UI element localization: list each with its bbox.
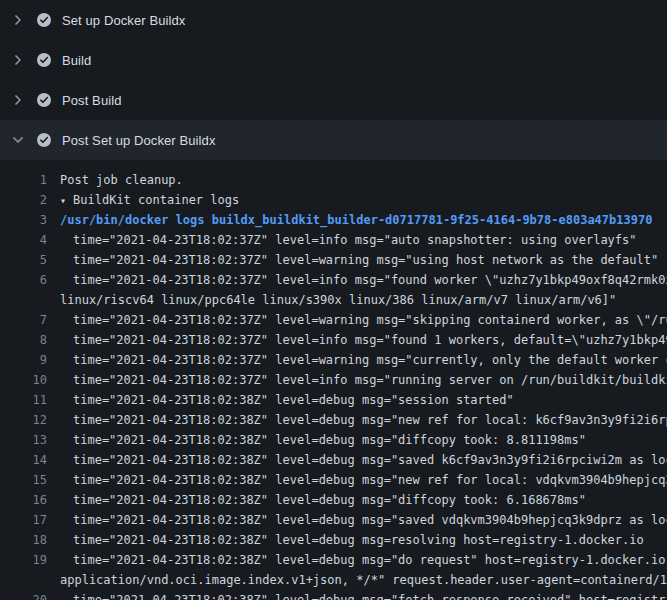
log-line-text: time="2021-04-23T18:02:37Z" level=info m… <box>60 370 667 390</box>
step-label: Post Set up Docker Buildx <box>62 133 216 148</box>
log-line-number[interactable]: 19 <box>0 550 47 570</box>
log-line-number[interactable]: 6 <box>0 270 47 290</box>
log-line: application/vnd.oci.image.index.v1+json,… <box>0 570 667 590</box>
step-label: Build <box>62 53 91 68</box>
log-line: 7time="2021-04-23T18:02:37Z" level=warni… <box>0 310 667 330</box>
log-line-text: time="2021-04-23T18:02:37Z" level=info m… <box>60 330 667 350</box>
log-line: linux/riscv64 linux/ppc64le linux/s390x … <box>0 290 667 310</box>
log-line: 1Post job cleanup. <box>0 170 667 190</box>
log-line-number[interactable]: 9 <box>0 350 47 370</box>
log-line-text: time="2021-04-23T18:02:38Z" level=debug … <box>60 470 667 490</box>
step-label: Post Build <box>62 93 122 108</box>
log-line: 8time="2021-04-23T18:02:37Z" level=info … <box>0 330 667 350</box>
log-line: 16time="2021-04-23T18:02:38Z" level=debu… <box>0 490 667 510</box>
actions-log-viewer: Set up Docker Buildx Build Post Build Po… <box>0 0 667 600</box>
log-line-text: time="2021-04-23T18:02:38Z" level=debug … <box>60 410 667 430</box>
log-line-text: linux/riscv64 linux/ppc64le linux/s390x … <box>60 290 667 310</box>
chevron-right-icon[interactable] <box>10 92 26 108</box>
log-line: 12time="2021-04-23T18:02:38Z" level=debu… <box>0 410 667 430</box>
check-circle-icon <box>36 132 52 148</box>
log-command-text: /usr/bin/docker logs buildx_buildkit_bui… <box>60 210 667 230</box>
log-line-number[interactable]: 18 <box>0 530 47 550</box>
log-body: 1Post job cleanup.2▾BuildKit container l… <box>0 160 667 600</box>
log-line: 5time="2021-04-23T18:02:37Z" level=warni… <box>0 250 667 270</box>
log-line-text: time="2021-04-23T18:02:38Z" level=debug … <box>60 590 667 600</box>
log-line-number[interactable]: 13 <box>0 430 47 450</box>
log-line-number[interactable]: 8 <box>0 330 47 350</box>
log-line-text: time="2021-04-23T18:02:37Z" level=info m… <box>60 230 667 250</box>
log-line-text: ▾BuildKit container logs <box>60 190 667 211</box>
log-line-number[interactable]: 7 <box>0 310 47 330</box>
log-line-number[interactable]: 3 <box>0 210 47 230</box>
log-line-text: time="2021-04-23T18:02:37Z" level=warnin… <box>60 250 667 270</box>
log-line-number[interactable]: 17 <box>0 510 47 530</box>
log-line-number[interactable]: 11 <box>0 390 47 410</box>
log-line-text: time="2021-04-23T18:02:38Z" level=debug … <box>60 430 667 450</box>
log-group-caret-icon[interactable]: ▾ <box>60 191 66 211</box>
step-set-up-docker-buildx[interactable]: Set up Docker Buildx <box>0 0 667 40</box>
log-line-number[interactable]: 14 <box>0 450 47 470</box>
log-line: 15time="2021-04-23T18:02:38Z" level=debu… <box>0 470 667 490</box>
log-line: 11time="2021-04-23T18:02:38Z" level=debu… <box>0 390 667 410</box>
log-line: 2▾BuildKit container logs <box>0 190 667 210</box>
log-line: 19time="2021-04-23T18:02:38Z" level=debu… <box>0 550 667 570</box>
log-line: 3/usr/bin/docker logs buildx_buildkit_bu… <box>0 210 667 230</box>
check-circle-icon <box>36 92 52 108</box>
log-line-number[interactable]: 2 <box>0 190 47 210</box>
check-circle-icon <box>36 12 52 28</box>
log-line-number[interactable]: 1 <box>0 170 47 190</box>
log-line: 14time="2021-04-23T18:02:38Z" level=debu… <box>0 450 667 470</box>
log-line-number[interactable]: 5 <box>0 250 47 270</box>
log-line-number[interactable]: 12 <box>0 410 47 430</box>
log-line-number[interactable]: 15 <box>0 470 47 490</box>
log-line: 10time="2021-04-23T18:02:37Z" level=info… <box>0 370 667 390</box>
log-line-text: time="2021-04-23T18:02:38Z" level=debug … <box>60 530 667 550</box>
log-line-text: time="2021-04-23T18:02:37Z" level=warnin… <box>60 310 667 330</box>
log-line-number[interactable]: 16 <box>0 490 47 510</box>
step-post-set-up-docker-buildx[interactable]: Post Set up Docker Buildx <box>0 120 667 160</box>
log-line: 13time="2021-04-23T18:02:38Z" level=debu… <box>0 430 667 450</box>
log-line-text: Post job cleanup. <box>60 170 667 190</box>
log-line-text: time="2021-04-23T18:02:38Z" level=debug … <box>60 510 667 530</box>
log-line: 4time="2021-04-23T18:02:37Z" level=info … <box>0 230 667 250</box>
log-line: 9time="2021-04-23T18:02:37Z" level=warni… <box>0 350 667 370</box>
log-line-text: time="2021-04-23T18:02:38Z" level=debug … <box>60 490 667 510</box>
log-line-text: application/vnd.oci.image.index.v1+json,… <box>60 570 667 590</box>
log-line-text: time="2021-04-23T18:02:37Z" level=info m… <box>60 270 667 290</box>
chevron-down-icon[interactable] <box>10 132 26 148</box>
step-post-build[interactable]: Post Build <box>0 80 667 120</box>
check-circle-icon <box>36 52 52 68</box>
step-label: Set up Docker Buildx <box>62 13 185 28</box>
log-line-text: time="2021-04-23T18:02:38Z" level=debug … <box>60 450 667 470</box>
log-line-text: time="2021-04-23T18:02:38Z" level=debug … <box>60 550 667 570</box>
log-line-number[interactable]: 4 <box>0 230 47 250</box>
chevron-right-icon[interactable] <box>10 12 26 28</box>
log-line: 6time="2021-04-23T18:02:37Z" level=info … <box>0 270 667 290</box>
log-line-text: time="2021-04-23T18:02:38Z" level=debug … <box>60 390 667 410</box>
log-line-number[interactable]: 20 <box>0 590 47 600</box>
log-line-text: time="2021-04-23T18:02:37Z" level=warnin… <box>60 350 667 370</box>
log-line: 17time="2021-04-23T18:02:38Z" level=debu… <box>0 510 667 530</box>
log-line: 18time="2021-04-23T18:02:38Z" level=debu… <box>0 530 667 550</box>
log-line: 20time="2021-04-23T18:02:38Z" level=debu… <box>0 590 667 600</box>
step-build[interactable]: Build <box>0 40 667 80</box>
log-line-number[interactable]: 10 <box>0 370 47 390</box>
chevron-right-icon[interactable] <box>10 52 26 68</box>
